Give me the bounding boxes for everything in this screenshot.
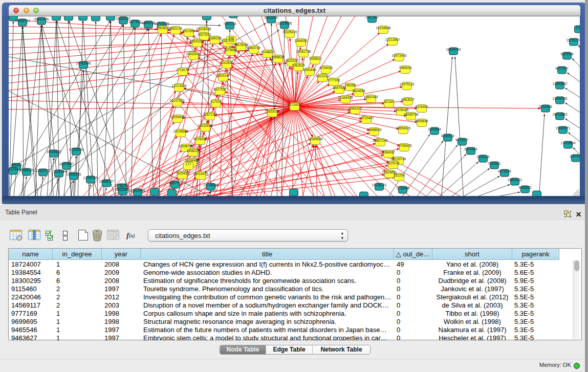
svg-text:8427552: 8427552 <box>213 87 227 91</box>
svg-text:1615132: 1615132 <box>386 161 400 165</box>
svg-text:9474444: 9474444 <box>464 147 477 151</box>
svg-text:10046788: 10046788 <box>179 144 193 148</box>
svg-text:17016504: 17016504 <box>561 141 576 145</box>
svg-text:1498222: 1498222 <box>186 149 200 152</box>
svg-text:23420046: 23420046 <box>186 52 201 56</box>
svg-text:1640954: 1640954 <box>428 127 441 131</box>
svg-text:9084067: 9084067 <box>382 150 395 154</box>
svg-text:19106682: 19106682 <box>173 129 188 133</box>
svg-text:252254: 252254 <box>394 173 405 177</box>
svg-text:1621022: 1621022 <box>316 74 329 78</box>
svg-text:12444155: 12444155 <box>553 97 568 100</box>
svg-text:1117: 1117 <box>575 26 580 29</box>
svg-text:746266: 746266 <box>344 83 356 87</box>
svg-text:1588520: 1588520 <box>271 55 285 59</box>
svg-text:18724007: 18724007 <box>288 103 302 106</box>
svg-text:16210643: 16210643 <box>553 113 568 116</box>
svg-text:114519: 114519 <box>53 170 64 173</box>
svg-text:10719155: 10719155 <box>155 22 169 26</box>
svg-text:8660124: 8660124 <box>169 27 182 30</box>
svg-text:12093822: 12093822 <box>553 82 568 85</box>
svg-text:3624554: 3624554 <box>352 89 365 93</box>
svg-text:7357224: 7357224 <box>223 22 236 26</box>
svg-text:11325419: 11325419 <box>282 30 297 34</box>
svg-text:25302033: 25302033 <box>265 110 280 113</box>
svg-text:15720407: 15720407 <box>359 116 374 120</box>
svg-text:33194: 33194 <box>9 167 18 171</box>
svg-text:6466160: 6466160 <box>142 21 155 25</box>
svg-text:6479197: 6479197 <box>455 138 469 142</box>
svg-text:19218506: 19218506 <box>277 21 292 25</box>
svg-text:1167533: 1167533 <box>570 155 580 158</box>
svg-text:10961768: 10961768 <box>296 50 311 53</box>
svg-text:12505135: 12505135 <box>67 172 81 176</box>
svg-text:9463627: 9463627 <box>401 98 415 101</box>
svg-text:15692971: 15692971 <box>556 126 571 130</box>
svg-text:16154808: 16154808 <box>376 26 391 30</box>
svg-text:8471676: 8471676 <box>498 169 511 173</box>
svg-text:9242848: 9242848 <box>220 61 233 64</box>
svg-text:21364436: 21364436 <box>338 96 353 99</box>
svg-text:6794028: 6794028 <box>319 66 333 70</box>
svg-text:17957255: 17957255 <box>83 176 98 180</box>
svg-text:7986322: 7986322 <box>349 106 362 110</box>
svg-text:1733426: 1733426 <box>396 186 409 190</box>
svg-text:23226058: 23226058 <box>197 27 211 31</box>
svg-text:2803144: 2803144 <box>216 74 230 77</box>
svg-text:3267130: 3267130 <box>203 113 216 116</box>
svg-text:8912954: 8912954 <box>182 29 195 33</box>
svg-text:7663822: 7663822 <box>156 26 169 30</box>
svg-text:9245652: 9245652 <box>518 186 532 189</box>
svg-text:9699695: 9699695 <box>415 119 428 123</box>
svg-text:15718485: 15718485 <box>204 183 219 187</box>
svg-text:19384554: 19384554 <box>308 137 323 141</box>
svg-text:8678342: 8678342 <box>193 137 207 141</box>
svg-text:9657791: 9657791 <box>168 181 182 185</box>
svg-text:13495756: 13495756 <box>404 113 419 116</box>
svg-text:62160: 62160 <box>384 100 394 103</box>
svg-text:8186328: 8186328 <box>208 36 222 40</box>
svg-text:10756928: 10756928 <box>397 144 412 147</box>
svg-text:16120746: 16120746 <box>391 157 406 161</box>
svg-text:12923448: 12923448 <box>130 189 145 192</box>
svg-text:2718176: 2718176 <box>176 68 189 72</box>
svg-text:12213369: 12213369 <box>172 84 187 87</box>
svg-text:9777169: 9777169 <box>327 78 340 82</box>
svg-text:9327503: 9327503 <box>198 33 211 36</box>
svg-text:1527602: 1527602 <box>128 20 142 24</box>
svg-text:10975867: 10975867 <box>59 162 74 166</box>
svg-text:417006: 417006 <box>210 100 222 103</box>
svg-text:18807249: 18807249 <box>373 139 388 142</box>
svg-text:1564092: 1564092 <box>294 39 308 42</box>
svg-text:16099489: 16099489 <box>185 159 200 162</box>
svg-text:12213967: 12213967 <box>385 38 400 41</box>
svg-text:8813054: 8813054 <box>265 16 278 19</box>
svg-text:12023445: 12023445 <box>116 188 130 191</box>
svg-text:8454749: 8454749 <box>247 46 260 50</box>
svg-text:20053346: 20053346 <box>76 61 91 65</box>
svg-text:10958127: 10958127 <box>99 180 114 183</box>
svg-text:9329966: 9329966 <box>560 52 574 56</box>
svg-text:6990448: 6990448 <box>303 68 316 72</box>
svg-text:16107553: 16107553 <box>170 99 185 102</box>
svg-text:15751074: 15751074 <box>567 38 580 42</box>
svg-text:7955812: 7955812 <box>309 57 322 60</box>
svg-text:17353924: 17353924 <box>69 148 84 151</box>
svg-text:20206535: 20206535 <box>47 150 61 154</box>
svg-text:9227342: 9227342 <box>555 67 569 70</box>
svg-text:28676068: 28676068 <box>234 43 249 47</box>
svg-text:12942757: 12942757 <box>36 169 51 172</box>
svg-text:12975115: 12975115 <box>400 82 415 86</box>
svg-text:7625402: 7625402 <box>176 171 189 175</box>
svg-text:16782759: 16782759 <box>115 184 129 187</box>
svg-text:19054935: 19054935 <box>170 115 185 119</box>
svg-text:3875685: 3875685 <box>224 48 237 52</box>
svg-text:10543362: 10543362 <box>190 39 205 43</box>
svg-text:(x): (x) <box>129 233 135 239</box>
svg-text:7632621: 7632621 <box>488 162 501 165</box>
svg-text:10025438: 10025438 <box>394 108 409 112</box>
svg-text:3215958: 3215958 <box>539 105 552 108</box>
svg-text:3822037: 3822037 <box>285 59 298 62</box>
svg-text:9115460: 9115460 <box>416 105 428 108</box>
svg-text:10654112: 10654112 <box>508 178 522 182</box>
